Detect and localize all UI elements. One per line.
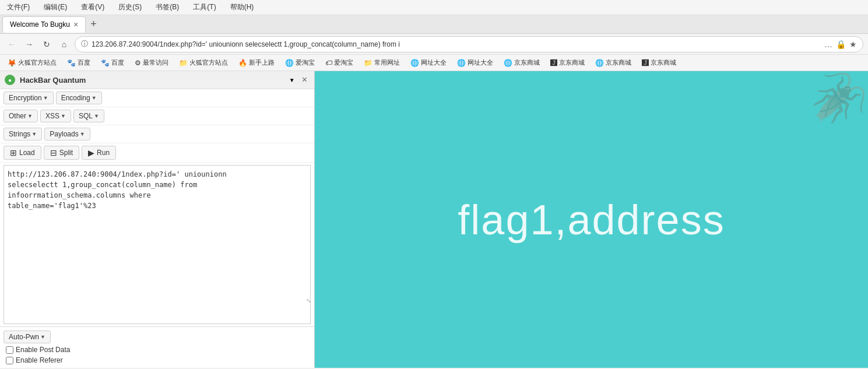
- action-buttons-row: ⊞ Load ⊟ Split ▶ Run: [0, 143, 314, 163]
- globe-icon: 🌐: [285, 59, 294, 67]
- tag-icon: 🏷: [325, 59, 332, 67]
- load-button[interactable]: ⊞ Load: [3, 146, 41, 160]
- xss-arrow-icon: ▼: [61, 113, 66, 119]
- bookmark-common[interactable]: 📁 常用网址: [361, 57, 403, 68]
- bookmark-jd1[interactable]: 🌐 京东商城: [501, 57, 543, 68]
- menu-tools[interactable]: 工具(T): [191, 1, 218, 13]
- payloads-arrow-icon: ▼: [80, 131, 85, 137]
- encoding-dropdown[interactable]: Encoding ▼: [56, 92, 102, 104]
- bookmark-label: 网址大全: [421, 58, 447, 67]
- strings-dropdown[interactable]: Strings ▼: [3, 128, 42, 140]
- tab-bar: Welcome To Bugku × +: [0, 15, 868, 34]
- bookmark-label: 最常访问: [143, 58, 168, 67]
- menu-help[interactable]: 帮助(H): [228, 1, 256, 13]
- bookmark-star-icon[interactable]: ★: [849, 40, 857, 49]
- enable-post-data-row: Enable Post Data: [3, 345, 311, 355]
- encoding-arrow-icon: ▼: [92, 95, 97, 101]
- hackbar-header: ● HackBar Quantum ▼ ×: [0, 71, 314, 89]
- bookmark-frequent[interactable]: ⚙ 最常访问: [132, 57, 171, 68]
- bookmark-label: 京东商城: [514, 58, 540, 67]
- url-actions: … 🔒 ★: [824, 40, 857, 49]
- sql-label: SQL: [79, 112, 93, 120]
- shield-icon[interactable]: 🔒: [836, 40, 846, 49]
- enable-referer-label: Enable Referer: [16, 356, 63, 364]
- sql-dropdown[interactable]: SQL ▼: [73, 110, 104, 122]
- security-icon: ⓘ: [81, 39, 88, 49]
- url-bar[interactable]: ⓘ 123.206.87.240:9004/1ndex.php?id=' uni…: [75, 36, 863, 52]
- encryption-label: Encryption: [9, 94, 42, 102]
- bookmark-label: 京东商城: [559, 58, 585, 67]
- autopwn-label: Auto-Pwn: [9, 333, 39, 341]
- enable-referer-checkbox[interactable]: [6, 357, 13, 364]
- home-button[interactable]: ⌂: [57, 37, 71, 51]
- bookmark-label: 爱淘宝: [334, 58, 353, 67]
- bookmark-urls2[interactable]: 🌐 网址大全: [454, 57, 496, 68]
- logo-icon: ●: [8, 77, 12, 83]
- bookmark-label: 网址大全: [468, 58, 493, 67]
- bookmark-icon: 🦊: [8, 59, 16, 67]
- forward-button[interactable]: →: [22, 37, 36, 51]
- other-dropdown[interactable]: Other ▼: [3, 110, 38, 122]
- bookmark-jd4[interactable]: 🅹 京东商城: [639, 57, 679, 68]
- run-button[interactable]: ▶ Run: [82, 146, 116, 160]
- url-textarea[interactable]: [3, 165, 311, 324]
- bookmark-jd2[interactable]: 🅹 京东商城: [547, 57, 588, 68]
- bookmark-huhu[interactable]: 🦊 火狐官方站点: [5, 57, 59, 68]
- strings-arrow-icon: ▼: [31, 131, 37, 137]
- toolbar-row-2: Other ▼ XSS ▼ SQL ▼: [0, 107, 314, 125]
- bookmark-label: 百度: [78, 58, 90, 67]
- globe-icon: 🌐: [457, 59, 466, 67]
- bookmark-baidu2[interactable]: 🐾 百度: [98, 57, 127, 68]
- new-tab-button[interactable]: +: [86, 18, 101, 30]
- menu-history[interactable]: 历史(S): [116, 1, 144, 13]
- bookmark-label: 火狐官方站点: [189, 58, 228, 67]
- resize-handle-icon: ⤡: [306, 297, 311, 304]
- url-text: 123.206.87.240:9004/1ndex.php?id=' uniou…: [92, 40, 821, 48]
- bookmark-taobao1[interactable]: 🌐 爱淘宝: [282, 57, 318, 68]
- menu-edit[interactable]: 编辑(E): [41, 1, 69, 13]
- back-button[interactable]: ←: [5, 37, 19, 51]
- split-icon: ⊟: [50, 148, 57, 157]
- autopwn-arrow-icon: ▼: [40, 334, 45, 340]
- menu-bar: 文件(F) 编辑(E) 查看(V) 历史(S) 书签(B) 工具(T) 帮助(H…: [0, 0, 868, 15]
- run-icon: ▶: [88, 148, 94, 157]
- run-label: Run: [97, 149, 110, 157]
- load-label: Load: [19, 149, 35, 157]
- other-label: Other: [9, 112, 26, 120]
- jd-icon: 🅹: [550, 59, 557, 67]
- autopwn-dropdown[interactable]: Auto-Pwn ▼: [3, 331, 51, 343]
- bookmark-icon: 🐾: [67, 59, 76, 67]
- bookmark-huhu2[interactable]: 📁 火狐官方站点: [176, 57, 231, 68]
- flag-display-text: flag1,address: [458, 196, 725, 244]
- xss-dropdown[interactable]: XSS ▼: [40, 110, 71, 122]
- enable-post-data-label: Enable Post Data: [16, 346, 70, 354]
- toolbar-row-1: Encryption ▼ Encoding ▼: [0, 89, 314, 107]
- bookmark-taobao2[interactable]: 🏷 爱淘宝: [322, 57, 356, 68]
- hackbar-dropdown-arrow: ▼: [289, 77, 295, 83]
- browser-tab[interactable]: Welcome To Bugku ×: [2, 16, 86, 33]
- bookmark-jd3[interactable]: 🌐 京东商城: [592, 57, 634, 68]
- enable-post-data-checkbox[interactable]: [6, 346, 13, 354]
- enable-referer-row: Enable Referer: [3, 355, 311, 366]
- reader-mode-icon[interactable]: …: [824, 40, 832, 49]
- bookmark-label: 火狐官方站点: [18, 58, 57, 67]
- menu-file[interactable]: 文件(F): [5, 1, 32, 13]
- sql-arrow-icon: ▼: [94, 113, 99, 119]
- xss-label: XSS: [45, 112, 59, 120]
- reload-button[interactable]: ↻: [40, 37, 54, 51]
- encryption-dropdown[interactable]: Encryption ▼: [3, 92, 54, 104]
- bookmark-label: 新手上路: [249, 58, 275, 67]
- tab-close-button[interactable]: ×: [73, 20, 78, 29]
- bookmark-urls[interactable]: 🌐 网址大全: [407, 57, 449, 68]
- bookmark-baidu1[interactable]: 🐾 百度: [64, 57, 93, 68]
- menu-bookmarks[interactable]: 书签(B): [153, 1, 181, 13]
- folder-icon: 📁: [364, 59, 372, 67]
- bookmark-newbie[interactable]: 🔥 新手上路: [236, 57, 277, 68]
- split-button[interactable]: ⊟ Split: [44, 146, 79, 160]
- hackbar-close-button[interactable]: ×: [300, 75, 310, 85]
- hackbar-panel: ● HackBar Quantum ▼ × Encryption ▼ Encod…: [0, 71, 315, 368]
- payloads-dropdown[interactable]: Payloads ▼: [44, 128, 90, 140]
- globe-icon: 🌐: [595, 59, 604, 67]
- autopwn-section: Auto-Pwn ▼ Enable Post Data Enable Refer…: [0, 326, 314, 368]
- menu-view[interactable]: 查看(V): [79, 1, 107, 13]
